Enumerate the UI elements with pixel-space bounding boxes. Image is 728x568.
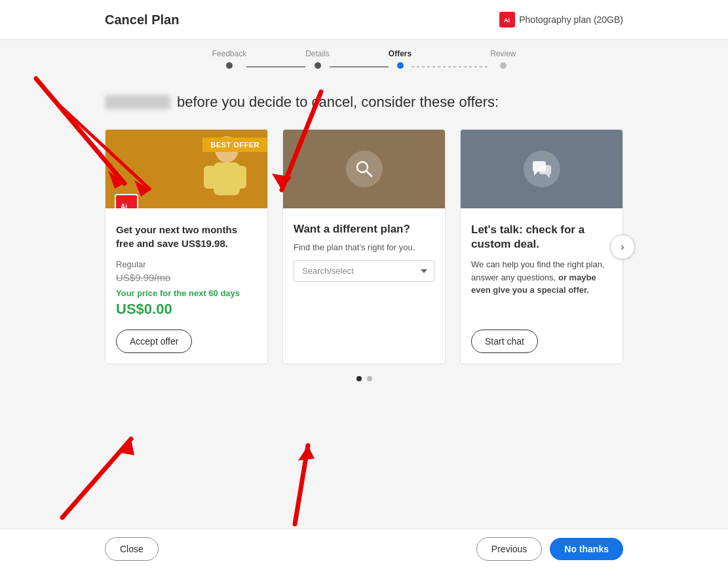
step-details-label: Details: [305, 49, 330, 58]
svg-rect-14: [539, 165, 551, 174]
carousel-dot-1[interactable]: [356, 376, 362, 381]
adobe-logo-card1: Ai: [115, 194, 138, 208]
close-button[interactable]: Close: [105, 537, 159, 561]
card-2-subtitle: Find the plan that's right for you.: [294, 242, 434, 252]
card-3-desc: We can help you find the right plan, ans…: [471, 258, 612, 318]
main-content: before you decide to cancel, consider th…: [0, 74, 728, 381]
headline: before you decide to cancel, consider th…: [105, 94, 623, 111]
step-offers-label: Offers: [389, 49, 412, 58]
no-thanks-button[interactable]: No thanks: [550, 538, 623, 560]
card-1-image: BEST OFFER: [105, 130, 267, 208]
accept-offer-button[interactable]: Accept offer: [116, 330, 192, 353]
svg-line-11: [366, 171, 372, 176]
card-2-title: Want a different plan?: [294, 223, 434, 236]
svg-marker-15: [546, 174, 550, 178]
card-3-image: [461, 130, 623, 208]
step-feedback-dot: [226, 62, 233, 69]
page-title: Cancel Plan: [105, 12, 179, 28]
start-chat-button[interactable]: Start chat: [471, 330, 538, 353]
card-1-title: Get your next two months free and save U…: [116, 223, 257, 250]
page-header: Cancel Plan Ai Photography plan (20GB): [0, 0, 728, 40]
card-3-title: Let's talk: check for a custom deal.: [471, 223, 612, 252]
card-free-months: BEST OFFER: [105, 129, 268, 364]
card-2-body: Want a different plan? Find the plan tha…: [283, 208, 445, 364]
card-1-promo-label: Your price for the next 60 days: [116, 288, 257, 298]
svg-rect-5: [204, 166, 217, 189]
cards-container: BEST OFFER: [105, 129, 623, 364]
svg-marker-13: [534, 172, 538, 176]
blurred-name: [105, 95, 170, 109]
card-different-plan: Want a different plan? Find the plan tha…: [282, 129, 446, 364]
step-line-2: [330, 66, 389, 67]
step-offers-dot: [397, 62, 404, 69]
footer-actions: Previous No thanks: [476, 537, 623, 561]
step-review-label: Review: [490, 49, 516, 58]
chevron-right-icon: ›: [621, 241, 624, 253]
svg-marker-21: [298, 445, 315, 461]
headline-text: before you decide to cancel, consider th…: [177, 94, 499, 111]
svg-text:Ai: Ai: [504, 17, 510, 24]
carousel-dot-2[interactable]: [367, 376, 372, 381]
card-3-body: Let's talk: check for a custom deal. We …: [461, 208, 623, 364]
adobe-icon: Ai: [499, 12, 515, 28]
carousel-next-button[interactable]: ›: [610, 235, 635, 259]
plan-select-wrapper[interactable]: Search/select: [294, 260, 434, 282]
svg-rect-6: [233, 166, 246, 189]
step-details: Details: [305, 49, 330, 69]
card-1-price-original: US$9.99/mo: [116, 272, 257, 283]
red-arrow-bottom-center: [295, 445, 315, 524]
previous-button[interactable]: Previous: [476, 537, 542, 561]
step-feedback-label: Feedback: [212, 49, 246, 58]
card-2-image: [283, 130, 445, 208]
card-1-regular: Regular: [116, 259, 257, 269]
step-offers: Offers: [389, 49, 412, 69]
plan-badge: Ai Photography plan (20GB): [499, 12, 623, 28]
card-1-body: Get your next two months free and save U…: [105, 208, 267, 364]
step-line-3: [412, 66, 490, 67]
red-arrow-bottom-left: [62, 439, 134, 518]
steps-progress: Feedback Details Offers Review: [0, 49, 728, 69]
card-1-promo-price: US$0.00: [116, 301, 257, 318]
carousel-dots: [105, 376, 623, 381]
plan-name: Photography plan (20GB): [519, 14, 623, 25]
best-offer-badge: BEST OFFER: [202, 138, 267, 152]
chat-icon-large: [524, 151, 560, 187]
step-review-dot: [500, 62, 507, 69]
step-details-dot: [315, 62, 321, 69]
svg-text:Ai: Ai: [121, 203, 127, 208]
plan-select[interactable]: Search/select: [294, 260, 434, 282]
step-line-1: [246, 66, 305, 67]
search-icon-large: [346, 151, 383, 187]
card-custom-deal: Let's talk: check for a custom deal. We …: [460, 129, 623, 364]
svg-marker-20: [117, 439, 134, 455]
page-footer: Close Previous No thanks: [0, 529, 728, 568]
step-review: Review: [490, 49, 516, 69]
step-feedback: Feedback: [212, 49, 246, 69]
